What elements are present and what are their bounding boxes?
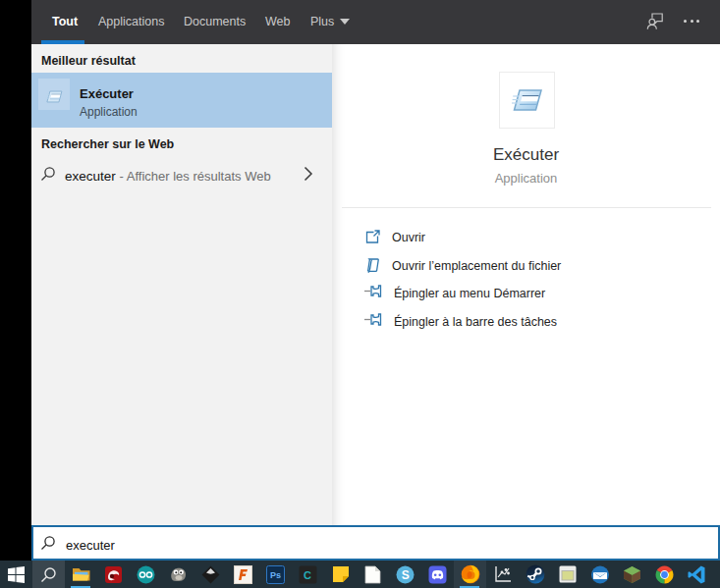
svg-text:Ps: Ps <box>270 570 281 580</box>
svg-text:S: S <box>402 567 410 581</box>
svg-text:C: C <box>304 568 311 580</box>
